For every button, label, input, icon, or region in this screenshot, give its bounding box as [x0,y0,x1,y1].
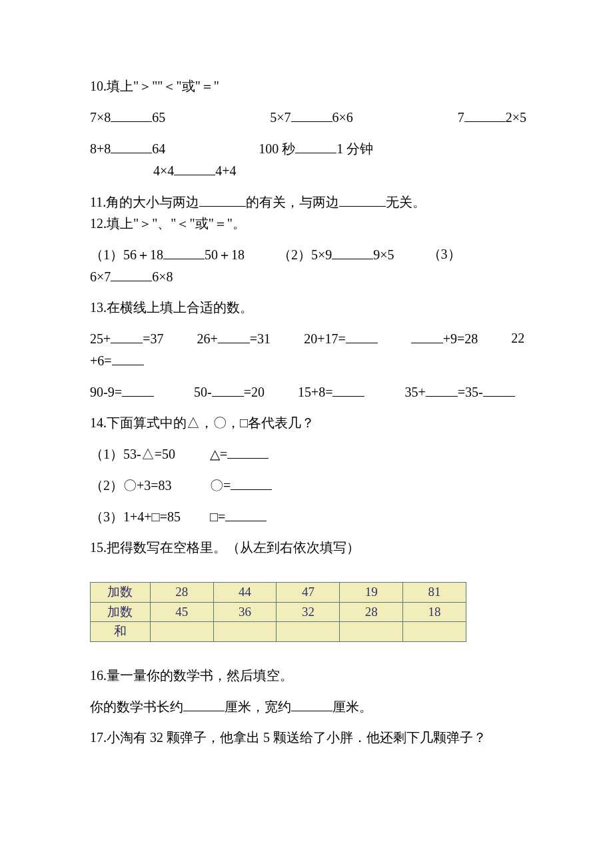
blank[interactable] [183,697,225,711]
row-header: 加数 [91,583,151,603]
expr: 15+8= [298,385,333,399]
solve: △= [210,447,227,461]
blank[interactable] [112,351,144,365]
text: 厘米，宽约 [225,699,291,714]
val: 64 [152,141,165,156]
blank[interactable] [464,107,506,122]
blank[interactable] [291,697,332,711]
q13-r2d: 35+=35- [404,382,514,401]
spacer [90,657,526,666]
blank[interactable] [111,139,152,153]
q13-row1b: +6= [90,351,526,370]
val: =20 [244,385,265,399]
expr: （3）1+4+□=85 [90,507,207,526]
q13-r1d: +9=28 [411,329,478,348]
q16-title: 16.量一量你的数学书，然后填空。 [90,666,526,685]
expr: 26+ [197,331,218,346]
q14-l1: （1）53-△=50 △= [90,444,526,463]
blank[interactable] [111,107,152,122]
solve: □= [210,509,225,524]
spacer [90,569,526,577]
blank[interactable] [426,382,458,397]
cell-blank[interactable] [150,622,213,642]
q10-row1: 7×865 5×76×6 72×5 [90,107,526,127]
blank[interactable] [163,245,205,259]
blank[interactable] [332,382,364,397]
q11-line: 11.角的大小与两边的有关，与两边无关。 [90,192,526,211]
expr: 20+17= [304,331,346,346]
blank[interactable] [212,382,244,397]
blank[interactable] [111,329,143,343]
expr: +6= [90,353,112,368]
spacer [478,329,511,348]
table-row: 和 [91,622,466,642]
q10-r1c: 72×5 [458,107,526,127]
blank[interactable] [218,329,250,343]
expr: （1）53-△=50 [90,445,207,463]
blank[interactable] [231,475,272,490]
q13-r1c: 20+17= [304,329,378,348]
cell: 47 [277,583,340,603]
blank[interactable] [339,192,386,207]
blank[interactable] [122,382,154,397]
q13-row1: 25+=37 26+=31 20+17= +9=28 22 [90,329,526,348]
val: =31 [250,331,271,346]
q16-line: 你的数学书长约厘米，宽约厘米。 [90,697,526,716]
text: 11.角的大小与两边 [90,195,199,209]
spacer [164,329,197,348]
blank[interactable] [295,139,336,153]
expr: 8+8 [90,141,111,156]
q13-r1a: 25+=37 [90,329,164,348]
val: 2×5 [506,110,526,125]
q10-r3a: 4×44+4 [153,163,237,178]
q10-row3: 4×44+4 [90,161,526,180]
val: =35- [458,385,483,399]
q10-r2a: 8+864 [90,139,165,158]
cell: 19 [340,583,403,603]
solve: 〇= [210,478,231,493]
blank[interactable] [111,267,152,281]
q17-text: 17.小淘有 32 颗弹子，他拿出 5 颗送给了小胖．他还剩下几颗弹子？ [90,728,526,747]
expr: 35+ [404,385,425,399]
expr: 7×8 [90,110,111,125]
table-row: 加数 28 44 47 19 81 [91,583,466,603]
q15-title: 15.把得数写在空格里。（从左到右依次填写） [90,538,526,557]
blank[interactable] [291,107,332,122]
val: 1 分钟 [336,141,373,156]
blank[interactable] [483,382,515,397]
val: 50＋18 [205,247,245,262]
blank[interactable] [227,444,269,459]
blank[interactable] [346,329,378,343]
cell-blank[interactable] [403,622,466,642]
val: 6×8 [152,269,173,284]
cell: 28 [150,583,213,603]
cell-blank[interactable] [340,622,403,642]
cell-blank[interactable] [277,622,340,642]
val: 9×5 [373,247,394,262]
spacer [364,382,404,401]
expr: 7 [458,110,464,125]
blank[interactable] [174,161,215,175]
cell-blank[interactable] [213,622,277,642]
q10-r2b: 100 秒1 分钟 [259,139,373,158]
val: 6×6 [332,110,353,125]
text: 你的数学书长约 [90,699,183,714]
row-header: 和 [91,622,151,642]
q13-r1b: 26+=31 [197,329,271,348]
blank[interactable] [332,245,373,259]
blank[interactable] [199,192,246,207]
q12-row1: （1）56＋1850＋18 （2）5×99×5 （3） [90,245,526,264]
spacer [265,382,298,401]
cell: 36 [213,602,277,622]
blank[interactable] [411,329,443,343]
q13-r2a: 90-9= [90,382,154,401]
q12-b: （2）5×99×5 [278,245,394,264]
q10-r1a: 7×865 [90,107,165,127]
text: 的有关，与两边 [246,195,339,209]
expr: 90-9= [90,385,122,399]
q12-a: （1）56＋1850＋18 [90,245,245,264]
expr: 50- [194,385,212,399]
q14-l2: （2）〇+3=83 〇= [90,475,526,495]
blank[interactable] [225,507,267,521]
q12-c-label: （3） [428,245,461,264]
